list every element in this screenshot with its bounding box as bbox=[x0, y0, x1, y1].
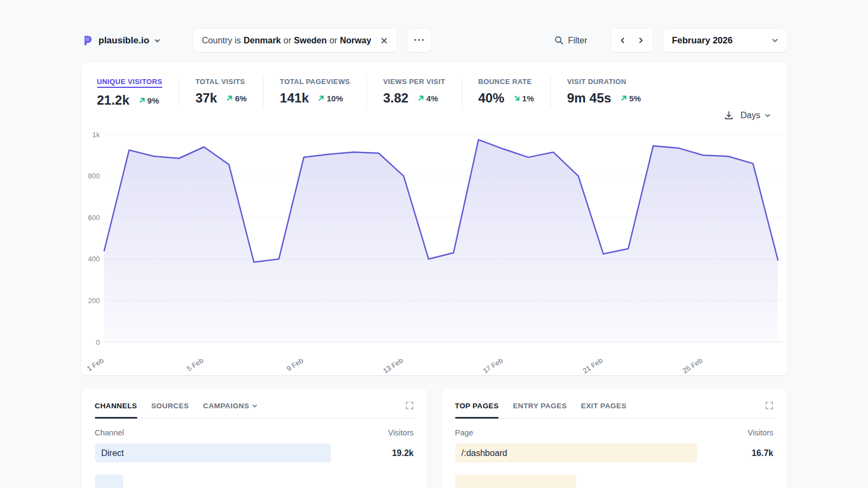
tab-campaigns[interactable]: CAMPAIGNS bbox=[203, 402, 258, 410]
previous-period-button[interactable] bbox=[616, 35, 629, 46]
trend-up-icon bbox=[138, 97, 146, 104]
period-nav bbox=[611, 29, 653, 52]
trend-up-icon bbox=[417, 94, 425, 102]
svg-text:13 Feb: 13 Feb bbox=[381, 356, 404, 375]
chevron-down-icon bbox=[154, 37, 161, 44]
interval-label: Days bbox=[741, 111, 760, 120]
stats-row: UNIQUE VISITORS 21.2k 9% TOTAL VISITS 37… bbox=[81, 62, 787, 108]
list-item[interactable]: Direct 19.2k bbox=[95, 444, 414, 463]
tab-entry-pages[interactable]: ENTRY PAGES bbox=[513, 402, 566, 410]
svg-text:25 Feb: 25 Feb bbox=[681, 356, 704, 375]
row-bar bbox=[95, 474, 124, 488]
list-item[interactable] bbox=[455, 474, 774, 488]
stat-change: 4% bbox=[417, 94, 438, 103]
trend-up-icon bbox=[226, 94, 233, 102]
filter-or: or bbox=[329, 36, 337, 46]
channels-tabs: CHANNELS SOURCES CAMPAIGNS bbox=[95, 401, 414, 419]
filter-prefix: Country is bbox=[202, 36, 241, 46]
svg-text:400: 400 bbox=[88, 255, 100, 263]
trend-up-icon bbox=[317, 94, 325, 102]
column-visitors: Visitors bbox=[748, 428, 773, 437]
svg-text:5 Feb: 5 Feb bbox=[185, 356, 205, 373]
active-filter-chip[interactable]: Country is Denmark or Sweden or Norway bbox=[193, 29, 397, 52]
top-bar: plausible.io Country is Denmark or Swede… bbox=[81, 29, 787, 52]
remove-filter-icon[interactable] bbox=[380, 37, 388, 44]
stat-value: 21.2k bbox=[97, 93, 130, 108]
column-page: Page bbox=[455, 428, 474, 437]
svg-text:600: 600 bbox=[88, 214, 100, 222]
stat-label: VIEWS PER VISIT bbox=[383, 78, 445, 86]
tab-top-pages[interactable]: TOP PAGES bbox=[455, 402, 499, 410]
stat-change: 1% bbox=[513, 94, 534, 103]
svg-text:9 Feb: 9 Feb bbox=[285, 356, 304, 373]
channels-panel: CHANNELS SOURCES CAMPAIGNS Channel Visit… bbox=[81, 388, 427, 488]
tab-exit-pages[interactable]: EXIT PAGES bbox=[581, 402, 627, 410]
svg-text:0: 0 bbox=[95, 338, 99, 346]
row-bar bbox=[455, 474, 576, 488]
filter-button[interactable]: Filter bbox=[554, 36, 588, 46]
filter-value-sweden: Sweden bbox=[294, 36, 327, 46]
row-bar bbox=[95, 444, 331, 463]
stat-visit-duration[interactable]: VISIT DURATION 9m 45s 5% bbox=[550, 76, 657, 108]
svg-text:21 Feb: 21 Feb bbox=[581, 356, 604, 375]
chevron-down-icon bbox=[764, 112, 771, 119]
analytics-card: UNIQUE VISITORS 21.2k 9% TOTAL VISITS 37… bbox=[81, 62, 787, 375]
interval-dropdown[interactable]: Days bbox=[741, 111, 770, 120]
download-icon[interactable] bbox=[724, 110, 734, 120]
row-value: 19.2k bbox=[392, 448, 413, 458]
trend-up-icon bbox=[620, 94, 628, 102]
expand-icon[interactable] bbox=[765, 401, 774, 410]
date-range-picker[interactable]: February 2026 bbox=[663, 29, 787, 52]
stat-value: 37k bbox=[195, 91, 217, 106]
stat-value: 3.82 bbox=[383, 91, 409, 106]
list-item[interactable] bbox=[95, 474, 414, 488]
svg-text:200: 200 bbox=[88, 297, 100, 305]
chart-controls: Days bbox=[724, 110, 770, 120]
next-period-button[interactable] bbox=[634, 35, 648, 46]
report-panels: CHANNELS SOURCES CAMPAIGNS Channel Visit… bbox=[81, 388, 787, 488]
stat-label: UNIQUE VISITORS bbox=[97, 78, 163, 88]
expand-icon[interactable] bbox=[405, 401, 414, 410]
stat-bounce-rate[interactable]: BOUNCE RATE 40% 1% bbox=[462, 76, 551, 108]
stat-unique-visitors[interactable]: UNIQUE VISITORS 21.2k 9% bbox=[97, 76, 179, 108]
trend-down-icon bbox=[513, 94, 521, 102]
stat-label: TOTAL PAGEVIEWS bbox=[280, 78, 350, 86]
stat-change: 9% bbox=[138, 96, 159, 105]
stat-value: 141k bbox=[280, 91, 309, 106]
svg-text:800: 800 bbox=[88, 172, 100, 180]
channels-columns: Channel Visitors bbox=[95, 428, 414, 437]
search-icon bbox=[554, 36, 564, 45]
visitors-area-chart[interactable]: 02004006008001k1 Feb5 Feb9 Feb13 Feb17 F… bbox=[81, 125, 787, 375]
stat-label: TOTAL VISITS bbox=[195, 78, 245, 86]
filter-value-denmark: Denmark bbox=[244, 36, 280, 46]
stat-total-visits[interactable]: TOTAL VISITS 37k 6% bbox=[178, 76, 263, 108]
stat-views-per-visit[interactable]: VIEWS PER VISIT 3.82 4% bbox=[366, 76, 461, 108]
stat-value: 40% bbox=[478, 91, 505, 106]
filter-button-label: Filter bbox=[568, 36, 588, 46]
channels-rows: Direct 19.2k bbox=[95, 444, 414, 488]
plausible-logo-icon bbox=[81, 34, 94, 47]
site-name: plausible.io bbox=[99, 35, 150, 46]
pages-columns: Page Visitors bbox=[455, 428, 774, 437]
row-value: 16.7k bbox=[751, 448, 773, 458]
stat-total-pageviews[interactable]: TOTAL PAGEVIEWS 141k 10% bbox=[263, 76, 366, 108]
filter-value-norway: Norway bbox=[340, 36, 371, 46]
stat-change: 6% bbox=[226, 94, 247, 103]
pages-rows: /:dashboard 16.7k bbox=[455, 444, 774, 488]
pages-panel: TOP PAGES ENTRY PAGES EXIT PAGES Page Vi… bbox=[442, 388, 787, 488]
column-channel: Channel bbox=[95, 428, 124, 437]
svg-text:1 Feb: 1 Feb bbox=[85, 356, 105, 373]
stat-change: 5% bbox=[620, 94, 641, 103]
svg-text:1k: 1k bbox=[92, 131, 100, 139]
date-range-label: February 2026 bbox=[672, 35, 733, 46]
site-switcher[interactable]: plausible.io bbox=[81, 34, 161, 47]
tab-channels[interactable]: CHANNELS bbox=[95, 402, 137, 410]
more-options-button[interactable]: ··· bbox=[407, 29, 431, 52]
tab-sources[interactable]: SOURCES bbox=[151, 402, 189, 410]
svg-text:17 Feb: 17 Feb bbox=[481, 356, 504, 375]
pages-tabs: TOP PAGES ENTRY PAGES EXIT PAGES bbox=[455, 401, 774, 419]
list-item[interactable]: /:dashboard 16.7k bbox=[455, 444, 774, 463]
row-label: Direct bbox=[95, 448, 124, 458]
chevron-down-icon bbox=[252, 403, 258, 409]
filter-or: or bbox=[284, 36, 291, 46]
